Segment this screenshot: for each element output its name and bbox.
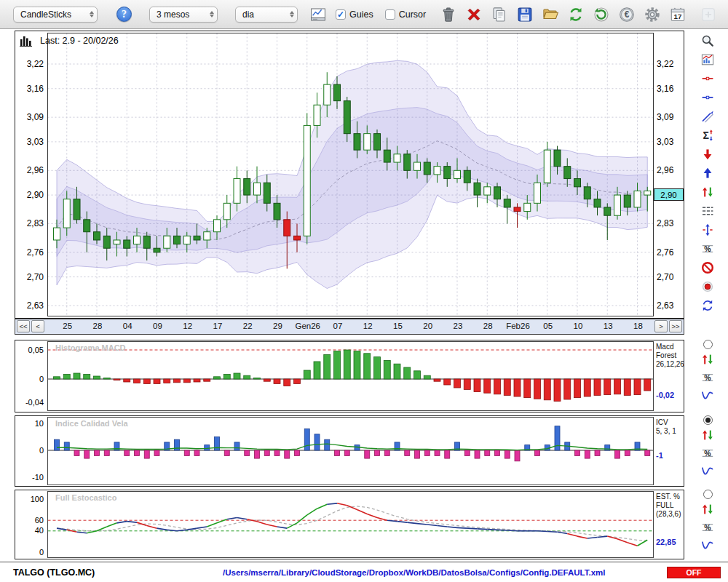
calendar-icon[interactable]: 17 <box>668 5 687 24</box>
svg-text:3,09: 3,09 <box>27 112 44 122</box>
percent-rows-icon[interactable]: % <box>699 370 716 386</box>
svg-text:2,63: 2,63 <box>27 300 44 311</box>
chart-settings-icon[interactable] <box>309 6 327 23</box>
icv-info-line: 5, 3, 1 <box>656 427 685 436</box>
chart-tools: Σ% <box>687 31 728 314</box>
copy-icon[interactable] <box>490 5 509 24</box>
icv-panel[interactable]: 100-10 Indice Calidad Vela ICV 5, 3, 1 -… <box>15 415 684 487</box>
interval-select[interactable]: dia <box>235 7 298 23</box>
no-entry-icon[interactable] <box>699 260 716 276</box>
x-tick-label: 13 <box>604 322 613 330</box>
record-dot-icon[interactable] <box>699 279 716 295</box>
icv-radio[interactable] <box>703 415 713 425</box>
trend-pen-icon[interactable] <box>699 108 716 124</box>
candlestick-chart[interactable]: 3,223,223,163,163,093,093,033,032,962,96… <box>15 31 684 319</box>
red-line-icon[interactable] <box>699 71 716 87</box>
svg-text:2,63: 2,63 <box>657 300 674 311</box>
settings-gear-icon <box>643 5 662 24</box>
x-tick-label: 29 <box>273 322 282 330</box>
guies-checkbox[interactable]: ✓ Guies <box>336 9 373 20</box>
settings-gear-icon[interactable] <box>643 5 662 24</box>
save-icon[interactable] <box>515 5 534 24</box>
wave-icon[interactable] <box>699 463 716 479</box>
svg-text:%: % <box>704 523 711 532</box>
updown-arrows-icon <box>700 352 715 367</box>
icv-y-labels: 100-10 <box>32 419 44 482</box>
cycle-arrows-icon[interactable] <box>699 298 716 314</box>
save-icon <box>515 5 534 24</box>
percent-rows-icon[interactable]: % <box>699 519 716 535</box>
trash-icon[interactable] <box>439 5 458 24</box>
svg-text:Σ: Σ <box>703 129 708 141</box>
stoch-y-labels: 10060400 <box>31 495 44 557</box>
sync-icon[interactable] <box>592 5 611 24</box>
toolbar: CandleSticks ? 3 mesos dia ✓ Guies Curso… <box>0 0 728 29</box>
page-right-button[interactable]: >> <box>669 320 682 332</box>
x-tick-label: 07 <box>333 322 343 330</box>
macd-info-line: Macd <box>656 343 685 351</box>
delete-x-icon[interactable] <box>464 5 483 24</box>
inactive-tool-icon <box>699 5 718 24</box>
macd-radio[interactable] <box>703 340 713 349</box>
cursor-checkbox-box[interactable] <box>385 9 395 20</box>
svg-text:3,03: 3,03 <box>657 137 674 147</box>
svg-text:60: 60 <box>35 516 44 525</box>
wave-icon[interactable] <box>699 538 716 554</box>
sigma-icon[interactable]: Σ <box>699 127 716 143</box>
stoch-radio[interactable] <box>703 490 713 499</box>
page-left-button[interactable]: << <box>17 320 30 332</box>
stochastic-value: 22,85 <box>656 538 676 546</box>
chart-settings-icon <box>309 6 327 23</box>
ticker-label: TALGO (TLGO.MC) <box>13 567 95 578</box>
zoom-icon <box>700 33 715 48</box>
wave-icon <box>700 538 715 553</box>
stochastic-panel[interactable]: 10060400 Full Estocastico EST. % FULL (2… <box>15 490 684 559</box>
percent-rows-icon[interactable]: % <box>699 241 716 257</box>
refresh-icon[interactable] <box>566 5 585 24</box>
stoch-info-line: EST. % <box>656 493 685 501</box>
wave-icon[interactable] <box>699 388 716 404</box>
macd-y-labels: 0,050-0,04 <box>25 346 44 407</box>
chart-type-value: CandleSticks <box>20 9 85 20</box>
svg-text:3,16: 3,16 <box>657 84 674 94</box>
updown-arrows-icon[interactable] <box>699 351 716 367</box>
step-right-button[interactable]: > <box>654 320 668 332</box>
updown-arrows-icon[interactable] <box>699 427 716 443</box>
svg-text:2,76: 2,76 <box>27 247 44 258</box>
guies-label: Guies <box>349 9 373 20</box>
macd-panel[interactable]: 0,050-0,04 Histograma MACD Macd Forest 2… <box>15 340 684 412</box>
cursor-checkbox[interactable]: Cursor <box>385 9 427 20</box>
x-tick-label: 28 <box>93 322 103 330</box>
period-value: 3 mesos <box>157 9 205 20</box>
candlestick-panel[interactable]: 3,223,223,163,163,093,093,033,032,962,96… <box>15 31 684 319</box>
svg-text:3,09: 3,09 <box>657 112 674 122</box>
interval-value: dia <box>242 9 285 20</box>
step-left-button[interactable]: < <box>31 320 44 332</box>
percent-rows-icon[interactable]: % <box>699 445 716 461</box>
euro-icon[interactable]: € <box>617 5 636 24</box>
indicator-chart-icon[interactable] <box>699 52 716 68</box>
help-button[interactable]: ? <box>116 7 132 22</box>
period-select[interactable]: 3 mesos <box>149 7 218 23</box>
zoom-icon[interactable] <box>699 33 716 49</box>
blue-line-icon[interactable] <box>699 89 716 105</box>
last-price-label: Last: 2.9 - 20/02/26 <box>40 36 119 46</box>
arrow-down-red-icon[interactable] <box>699 146 716 162</box>
arrow-up-blue-icon[interactable] <box>699 165 716 181</box>
x-tick-label: 12 <box>183 322 192 330</box>
indicator-chart-icon <box>700 52 715 67</box>
guies-checkbox-box[interactable]: ✓ <box>336 9 346 20</box>
percent-rows-icon: % <box>700 370 715 385</box>
buy-sell-arrows-icon[interactable] <box>699 184 716 200</box>
open-folder-icon[interactable] <box>541 5 560 24</box>
off-toggle-button[interactable]: OFF <box>667 567 721 578</box>
arrow-up-blue-icon <box>700 166 715 180</box>
updown-arrows-icon[interactable] <box>699 501 716 517</box>
updown-arrows-icon <box>700 502 715 517</box>
trend-pen-icon <box>700 109 715 124</box>
trash-icon <box>439 5 458 24</box>
rows-icon[interactable] <box>699 203 716 219</box>
vertical-scale-icon[interactable] <box>699 222 716 238</box>
last-price-row: Last: 2.9 - 20/02/26 <box>20 34 119 47</box>
chart-type-select[interactable]: CandleSticks <box>13 7 98 23</box>
